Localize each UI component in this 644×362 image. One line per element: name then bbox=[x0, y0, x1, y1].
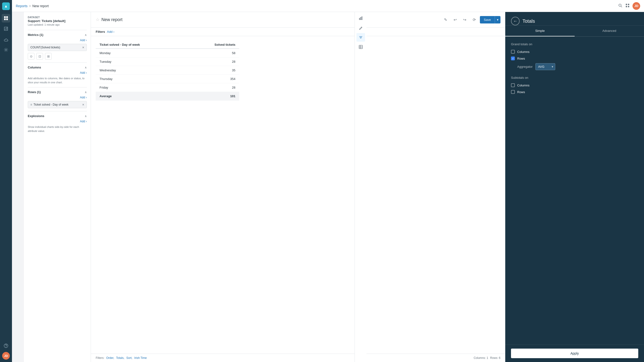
right-side-icons bbox=[354, 12, 366, 362]
grand-columns-checkbox[interactable] bbox=[511, 50, 515, 54]
tab-advanced[interactable]: Advanced bbox=[574, 26, 644, 36]
totals-header: ← Totals bbox=[505, 12, 644, 26]
day-cell: Monday bbox=[96, 49, 186, 58]
columns-collapse[interactable]: ∧ bbox=[85, 66, 87, 69]
dataset-name: Support: Tickets [default] bbox=[28, 19, 87, 23]
svg-rect-12 bbox=[359, 18, 360, 20]
totals-title: Totals bbox=[522, 19, 638, 24]
nav-settings-icon[interactable] bbox=[2, 46, 10, 54]
sub-rows-row: Rows bbox=[511, 90, 638, 94]
pencil-icon[interactable] bbox=[356, 24, 365, 32]
totals-back-btn[interactable]: ← bbox=[511, 17, 520, 25]
grand-rows-label: Rows bbox=[517, 57, 525, 60]
table-row: Wednesday 35 bbox=[96, 66, 239, 75]
footer-filter-time[interactable]: Irish Time bbox=[134, 356, 147, 359]
header-avatar[interactable]: JD bbox=[632, 2, 640, 10]
filters-bar: Filters Add › bbox=[91, 28, 505, 36]
save-dropdown-btn[interactable]: ▾ bbox=[495, 16, 500, 24]
col1-header: Ticket solved - Day of week bbox=[96, 41, 186, 49]
search-icon[interactable] bbox=[618, 3, 622, 8]
columns-add[interactable]: Add › bbox=[80, 71, 87, 75]
tab-simple[interactable]: Simple bbox=[505, 26, 574, 36]
nav-support-icon[interactable] bbox=[2, 341, 10, 350]
svg-rect-1 bbox=[6, 16, 8, 18]
footer-filter-order[interactable]: Order, bbox=[106, 356, 114, 359]
count-cell: 354 bbox=[186, 75, 239, 83]
metric-icon-3[interactable]: ⊞ bbox=[45, 53, 52, 60]
count-cell: 28 bbox=[186, 58, 239, 66]
save-button[interactable]: Save bbox=[480, 16, 495, 24]
svg-point-4 bbox=[5, 49, 7, 51]
row-tag-label: Ticket solved - Day of week bbox=[34, 103, 68, 106]
grand-totals-section: Grand totals on Columns Rows Aggregator bbox=[511, 42, 638, 70]
nav-reports-icon[interactable] bbox=[2, 25, 10, 33]
svg-rect-13 bbox=[360, 17, 361, 20]
totals-tabs: Simple Advanced bbox=[505, 26, 644, 37]
grand-columns-row: Columns bbox=[511, 50, 638, 54]
chart-bar-icon[interactable] bbox=[356, 14, 365, 23]
table-container: Ticket solved - Day of week Solved ticke… bbox=[91, 36, 505, 354]
footer-filter-totals[interactable]: Totals, bbox=[116, 356, 124, 359]
breadcrumb-reports[interactable]: Reports bbox=[16, 4, 28, 8]
top-bar: Reports > New report JD bbox=[12, 0, 644, 12]
filters-add[interactable]: Add › bbox=[107, 30, 114, 34]
redo-btn[interactable]: ↪ bbox=[461, 16, 468, 24]
columns-title: Columns bbox=[28, 66, 41, 69]
sort-icon[interactable] bbox=[356, 33, 365, 42]
apply-btn-container: Apply bbox=[505, 344, 644, 362]
metrics-section-header: Metrics (1) ∧ bbox=[28, 33, 87, 37]
sub-rows-checkbox[interactable] bbox=[511, 90, 515, 94]
sub-columns-label: Columns bbox=[517, 84, 530, 87]
explosions-section-header: Explosions ∧ bbox=[28, 114, 87, 118]
metrics-title: Metrics (1) bbox=[28, 33, 43, 37]
rows-collapse[interactable]: ∧ bbox=[85, 91, 87, 94]
columns-section-header: Columns ∧ bbox=[28, 66, 87, 69]
refresh-btn[interactable]: ⟳ bbox=[470, 16, 478, 24]
metrics-add[interactable]: Add › bbox=[80, 39, 87, 42]
aggregator-row: Aggregator AVG SUM MIN MAX COUNT bbox=[517, 63, 638, 70]
grid-icon[interactable] bbox=[625, 3, 630, 8]
average-value: 101 bbox=[186, 92, 239, 101]
day-cell: Friday bbox=[96, 83, 186, 92]
metric-tag-count: COUNT(Solved tickets) × bbox=[28, 44, 87, 51]
table-icon[interactable] bbox=[356, 43, 365, 51]
grand-rows-row: Rows bbox=[511, 57, 638, 60]
user-avatar[interactable]: JD bbox=[2, 352, 10, 359]
footer-filter-sort[interactable]: Sort, bbox=[126, 356, 132, 359]
explosions-collapse[interactable]: ∧ bbox=[85, 114, 87, 118]
nav-home-icon[interactable] bbox=[2, 14, 10, 23]
count-cell: 28 bbox=[186, 83, 239, 92]
metric-close-btn[interactable]: × bbox=[82, 46, 84, 49]
footer-filters-label: Filters: bbox=[96, 356, 104, 359]
metric-icon-1[interactable]: ⊙ bbox=[28, 53, 34, 60]
report-area: ☆ New report ✎ ↩ ↪ ⟳ Save ▾ Filters Add … bbox=[91, 12, 505, 362]
main-content: Dataset Support: Tickets [default] Last … bbox=[24, 12, 644, 362]
grand-rows-checkbox[interactable] bbox=[511, 57, 515, 60]
svg-rect-11 bbox=[628, 6, 629, 7]
sub-columns-checkbox[interactable] bbox=[511, 83, 515, 87]
aggregator-label: Aggregator bbox=[517, 65, 532, 69]
metric-icon-2[interactable]: ⊡ bbox=[36, 53, 43, 60]
aggregator-select[interactable]: AVG SUM MIN MAX COUNT bbox=[536, 63, 555, 70]
rows-add[interactable]: Add › bbox=[80, 96, 87, 99]
grand-totals-label: Grand totals on bbox=[511, 42, 638, 46]
count-cell: 58 bbox=[186, 49, 239, 58]
app-logo[interactable]: ▲ bbox=[2, 3, 10, 10]
star-icon[interactable]: ☆ bbox=[96, 17, 100, 22]
row-close-btn[interactable]: × bbox=[82, 103, 84, 107]
metrics-collapse[interactable]: ∧ bbox=[85, 33, 87, 37]
svg-line-7 bbox=[621, 6, 622, 8]
breadcrumb-current: New report bbox=[32, 4, 48, 8]
explosions-add[interactable]: Add › bbox=[80, 120, 87, 123]
table-footer: Filters: Order, Totals, Sort, Irish Time… bbox=[91, 354, 505, 362]
apply-button[interactable]: Apply bbox=[511, 348, 638, 358]
dataset-label: Dataset bbox=[28, 16, 87, 19]
rows-title: Rows (1) bbox=[28, 90, 41, 94]
breadcrumb: Reports > New report bbox=[16, 4, 49, 8]
edit-btn[interactable]: ✎ bbox=[442, 16, 449, 24]
nav-cloud-icon[interactable] bbox=[2, 35, 10, 44]
undo-btn[interactable]: ↩ bbox=[451, 16, 459, 24]
save-btn-group: Save ▾ bbox=[480, 16, 500, 24]
day-cell: Wednesday bbox=[96, 66, 186, 75]
columns-helper: Add attributes to columns, like dates or… bbox=[28, 76, 87, 84]
